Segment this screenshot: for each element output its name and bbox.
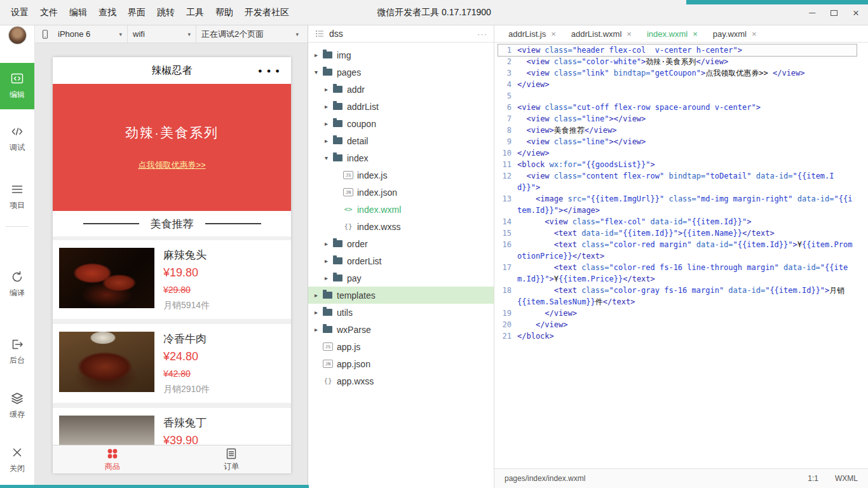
code-line[interactable]: 18 <text class="color-gray fs-16 margin"… bbox=[498, 285, 857, 308]
tree-folder-detail[interactable]: ▸detail bbox=[308, 132, 494, 149]
code-line[interactable]: 4</view> bbox=[498, 79, 857, 90]
menu-item-tools[interactable]: 工具 bbox=[180, 7, 210, 18]
activity-item-label: 缓存 bbox=[10, 409, 25, 420]
chevron-right-icon[interactable]: ▸ bbox=[315, 309, 323, 316]
tree-folder-orderList[interactable]: ▸orderList bbox=[308, 252, 494, 269]
debug-pages-dropdown[interactable]: 正在调试2个页面 ▾ bbox=[196, 25, 304, 43]
code-line[interactable]: 12 <view class="content flex-row" bindta… bbox=[498, 170, 857, 193]
chevron-right-icon[interactable]: ▸ bbox=[325, 240, 333, 247]
chevron-right-icon[interactable]: ▸ bbox=[325, 86, 333, 93]
tree-file-app.js[interactable]: JSapp.js bbox=[308, 338, 494, 355]
tab-index.wxml[interactable]: index.wxml× bbox=[639, 25, 705, 42]
tab-pay.wxml[interactable]: pay.wxml× bbox=[705, 25, 764, 42]
code-area[interactable]: 1<view class="header flex-col v-center h… bbox=[494, 43, 868, 468]
menu-item-file[interactable]: 文件 bbox=[34, 7, 64, 18]
tree-folder-utils[interactable]: ▸utils bbox=[308, 304, 494, 321]
code-line[interactable]: 2 <view class="color-white">劲辣·美食系列</vie… bbox=[498, 56, 857, 67]
code-line[interactable]: 15 <text data-id="{{item.Id}}">{{item.Na… bbox=[498, 227, 857, 239]
tree-folder-wxParse[interactable]: ▸wxParse bbox=[308, 321, 494, 338]
menu-item-search[interactable]: 查找 bbox=[93, 7, 122, 18]
chevron-right-icon[interactable]: ▸ bbox=[315, 326, 323, 333]
menu-item-help[interactable]: 帮助 bbox=[210, 7, 239, 18]
tabbar-item-orders[interactable]: 订单 bbox=[172, 445, 292, 473]
code-line[interactable]: 11<block wx:for="{{goodsList}}"> bbox=[498, 159, 857, 170]
tree-file-index.wxml[interactable]: <>index.wxml bbox=[308, 201, 494, 218]
product-card[interactable]: 冷香牛肉¥24.80¥42.80月销2910件 bbox=[53, 324, 291, 403]
tree-folder-pay[interactable]: ▸pay bbox=[308, 269, 494, 287]
code-line[interactable]: 16 <text class="color-red margin" data-i… bbox=[498, 239, 857, 262]
maximize-button[interactable] bbox=[831, 10, 837, 16]
code-line[interactable]: 6<view class="cut-off flex-row space-aro… bbox=[498, 102, 857, 113]
close-tab-icon[interactable]: × bbox=[551, 30, 556, 38]
tree-folder-templates[interactable]: ▸templates bbox=[308, 287, 494, 304]
tree-folder-img[interactable]: ▸img bbox=[308, 46, 494, 64]
chevron-right-icon[interactable]: ▸ bbox=[325, 274, 333, 281]
more-icon[interactable]: ··· bbox=[477, 29, 487, 39]
product-card[interactable]: 麻辣兔头¥19.80¥29.80月销5914件 bbox=[53, 240, 291, 319]
tree-folder-coupon[interactable]: ▸coupon bbox=[308, 115, 494, 132]
product-info: 冷香牛肉¥24.80¥42.80月销2910件 bbox=[163, 332, 210, 395]
tab-addrList.js[interactable]: addrList.js× bbox=[501, 25, 564, 42]
code-line[interactable]: 1<view class="header flex-col v-center h… bbox=[498, 44, 857, 56]
menu-item-dev-community[interactable]: 开发者社区 bbox=[239, 7, 295, 18]
activity-item-edit[interactable]: 编辑 bbox=[0, 63, 35, 109]
language-mode[interactable]: WXML bbox=[835, 474, 858, 483]
activity-item-cache[interactable]: 缓存 bbox=[0, 386, 35, 425]
code-line[interactable]: 19 </view> bbox=[498, 308, 857, 319]
code-line[interactable]: 17 <text class="color-red fs-16 line-thr… bbox=[498, 262, 857, 285]
chevron-right-icon[interactable]: ▸ bbox=[325, 257, 333, 264]
menu-dots-icon[interactable]: ● ● ● bbox=[258, 57, 281, 84]
code-line[interactable]: 13 <image src="{{item.ImgUrl}}" class="m… bbox=[498, 193, 857, 216]
tree-file-index.js[interactable]: JSindex.js bbox=[308, 166, 494, 184]
activity-item-close[interactable]: 关闭 bbox=[0, 440, 35, 479]
code-text: <view class="line"></view> bbox=[517, 136, 857, 147]
code-line[interactable]: 14 <view class="flex-col" data-id="{{ite… bbox=[498, 216, 857, 227]
coupon-link[interactable]: 点我领取优惠券>> bbox=[138, 159, 205, 171]
close-tab-icon[interactable]: × bbox=[752, 30, 757, 38]
close-tab-icon[interactable]: × bbox=[627, 30, 632, 38]
activity-item-debug[interactable]: 调试 bbox=[0, 119, 35, 158]
chevron-down-icon[interactable]: ▾ bbox=[315, 69, 323, 76]
device-select[interactable]: iPhone 6 ▾ bbox=[53, 25, 128, 43]
activity-item-project[interactable]: 项目 bbox=[0, 177, 35, 216]
network-select[interactable]: wifi ▾ bbox=[128, 25, 196, 43]
menu-item-settings[interactable]: 设置 bbox=[5, 7, 34, 18]
file-tree-panel: dss ··· ▸img▾pages▸addr▸addrList▸coupon▸… bbox=[308, 25, 494, 488]
minimize-button[interactable]: ─ bbox=[809, 8, 815, 17]
tree-file-index.wxss[interactable]: {}index.wxss bbox=[308, 218, 494, 235]
avatar[interactable] bbox=[9, 27, 26, 44]
tab-addrList.wxml[interactable]: addrList.wxml× bbox=[564, 25, 639, 42]
tree-folder-addrList[interactable]: ▸addrList bbox=[308, 98, 494, 115]
close-tab-icon[interactable]: × bbox=[693, 30, 698, 38]
line-number: 9 bbox=[498, 136, 517, 147]
code-line[interactable]: 7 <view class="line"></view> bbox=[498, 113, 857, 125]
activity-item-compile[interactable]: 编译 bbox=[0, 265, 35, 304]
file-tree-list: ▸img▾pages▸addr▸addrList▸coupon▸detail▾i… bbox=[308, 43, 494, 390]
code-line[interactable]: 3 <view class="link" bindtap="getCoupon"… bbox=[498, 67, 857, 79]
chevron-right-icon[interactable]: ▸ bbox=[325, 120, 333, 127]
code-line[interactable]: 5 bbox=[498, 90, 857, 102]
chevron-right-icon[interactable]: ▸ bbox=[325, 103, 333, 110]
code-line[interactable]: 8 <view>美食推荐</view> bbox=[498, 125, 857, 136]
chevron-down-icon[interactable]: ▾ bbox=[325, 154, 333, 161]
tree-folder-index[interactable]: ▾index bbox=[308, 149, 494, 166]
chevron-right-icon[interactable]: ▸ bbox=[315, 51, 323, 58]
tree-file-app.wxss[interactable]: {}app.wxss bbox=[308, 372, 494, 390]
close-window-button[interactable]: × bbox=[853, 8, 859, 18]
tree-file-app.json[interactable]: JNapp.json bbox=[308, 355, 494, 372]
code-line[interactable]: 20 </view> bbox=[498, 319, 857, 330]
tree-folder-addr[interactable]: ▸addr bbox=[308, 81, 494, 98]
tree-folder-order[interactable]: ▸order bbox=[308, 235, 494, 252]
menu-item-edit[interactable]: 编辑 bbox=[64, 7, 93, 18]
tree-file-index.json[interactable]: JNindex.json bbox=[308, 184, 494, 201]
chevron-right-icon[interactable]: ▸ bbox=[325, 137, 333, 144]
code-line[interactable]: 9 <view class="line"></view> bbox=[498, 136, 857, 147]
tabbar-item-goods[interactable]: 商品 bbox=[53, 445, 172, 473]
activity-item-backend[interactable]: 后台 bbox=[0, 332, 35, 371]
chevron-right-icon[interactable]: ▸ bbox=[315, 292, 323, 299]
menu-item-ui[interactable]: 界面 bbox=[122, 7, 151, 18]
tree-folder-pages[interactable]: ▾pages bbox=[308, 64, 494, 81]
code-line[interactable]: 10</view> bbox=[498, 147, 857, 159]
menu-item-goto[interactable]: 跳转 bbox=[151, 7, 180, 18]
code-line[interactable]: 21</block> bbox=[498, 330, 857, 342]
